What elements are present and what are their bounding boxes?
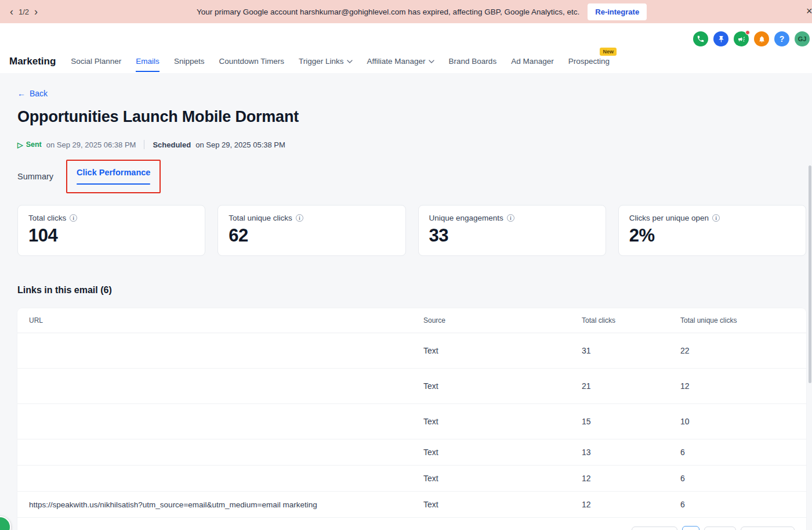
- url-cell: [17, 333, 423, 369]
- tab-prospecting[interactable]: Prospecting New: [568, 51, 610, 72]
- scrollbar[interactable]: [809, 165, 811, 383]
- bell-icon[interactable]: [754, 31, 769, 46]
- info-icon[interactable]: i: [712, 214, 720, 222]
- chevron-down-icon: [429, 60, 434, 63]
- tab-snippets[interactable]: Snippets: [174, 51, 205, 72]
- stat-value: 62: [229, 225, 394, 246]
- stat-value: 104: [28, 225, 194, 246]
- report-tabs: Summary Click Performance: [17, 160, 806, 193]
- main-nav: Marketing Social Planner Emails Snippets…: [9, 50, 803, 73]
- col-total-unique-clicks: Total unique clicks: [680, 308, 806, 333]
- url-cell: [17, 369, 423, 404]
- active-tab-underline: [77, 183, 150, 185]
- stat-card-unique-engagements: Unique engagements i 33: [418, 205, 606, 256]
- back-arrow-icon: ←: [17, 89, 26, 98]
- total-clicks-cell: 12: [582, 492, 680, 518]
- tab-brand-boards[interactable]: Brand Boards: [449, 51, 497, 72]
- stat-value: 33: [429, 225, 595, 246]
- tab-emails[interactable]: Emails: [136, 51, 160, 72]
- info-icon[interactable]: i: [70, 214, 77, 222]
- banner-prev-icon[interactable]: ‹: [8, 6, 15, 17]
- back-label: Back: [30, 89, 48, 98]
- col-total-clicks: Total clicks: [582, 308, 680, 333]
- links-section-title: Links in this email (6): [17, 285, 806, 295]
- avatar[interactable]: GJ: [795, 31, 810, 46]
- unique-clicks-cell: 12: [680, 369, 806, 404]
- unique-clicks-cell: 10: [680, 404, 806, 439]
- source-cell: Text: [423, 333, 582, 369]
- scheduled-timestamp: on Sep 29, 2025 05:38 PM: [195, 140, 285, 149]
- banner-next-icon[interactable]: ›: [32, 6, 39, 17]
- banner-message: Your primary Google account harshkumar@g…: [197, 8, 579, 16]
- tab-click-performance[interactable]: Click Performance: [77, 168, 150, 185]
- total-clicks-cell: 13: [582, 439, 680, 466]
- table-row: Text 31 22: [17, 333, 806, 369]
- info-icon[interactable]: i: [507, 214, 514, 222]
- total-clicks-cell: 12: [582, 466, 680, 492]
- url-cell: [17, 439, 423, 466]
- unique-clicks-cell: 6: [680, 492, 806, 518]
- col-url: URL: [17, 308, 423, 333]
- phone-icon[interactable]: [693, 31, 708, 46]
- table-row: https://speakwith.us/nikhilsatish?utm_so…: [17, 492, 806, 518]
- main-content: ← Back Opportunities Launch Mobile Dorma…: [0, 73, 812, 530]
- announcements-icon[interactable]: [734, 31, 749, 46]
- sent-icon: ▷: [17, 140, 23, 149]
- stat-label: Total clicks: [28, 214, 66, 222]
- url-cell: [17, 466, 423, 492]
- table-header-row: URL Source Total clicks Total unique cli…: [17, 308, 806, 333]
- tab-social-planner[interactable]: Social Planner: [71, 51, 121, 72]
- source-cell: Text: [423, 439, 582, 466]
- tab-affiliate-manager[interactable]: Affiliate Manager: [367, 51, 434, 72]
- col-source: Source: [423, 308, 582, 333]
- banner-pager: ‹ 1/2 ›: [8, 6, 39, 17]
- tab-summary[interactable]: Summary: [17, 172, 53, 181]
- total-clicks-cell: 15: [582, 404, 680, 439]
- status-row: ▷ Sent on Sep 29, 2025 06:38 PM Schedule…: [17, 140, 806, 149]
- notification-dot: [745, 30, 750, 35]
- page-number[interactable]: 1: [682, 526, 699, 530]
- tab-affiliate-manager-label: Affiliate Manager: [367, 57, 426, 66]
- links-table: URL Source Total clicks Total unique cli…: [17, 308, 806, 518]
- help-icon[interactable]: ?: [774, 31, 789, 46]
- stat-card-clicks-per-unique-open: Clicks per unique open i 2%: [618, 205, 806, 256]
- unique-clicks-cell: 6: [680, 466, 806, 492]
- banner-close-icon[interactable]: ×: [806, 5, 812, 17]
- quick-actions: ? GJ: [9, 28, 810, 50]
- status-badge: ▷ Sent: [17, 140, 42, 149]
- tab-trigger-links[interactable]: Trigger Links: [299, 51, 353, 72]
- back-link[interactable]: ← Back: [17, 89, 48, 98]
- pin-icon[interactable]: [713, 31, 728, 46]
- source-cell: Text: [423, 466, 582, 492]
- pagination: Previous 1 Next 10 / page: [17, 518, 806, 530]
- reintegrate-button[interactable]: Re-integrate: [588, 3, 647, 20]
- table-row: Text 13 6: [17, 439, 806, 466]
- alert-banner: ‹ 1/2 › Your primary Google account hars…: [0, 0, 812, 23]
- table-row: Text 21 12: [17, 369, 806, 404]
- banner-page-count: 1/2: [17, 8, 30, 16]
- info-icon[interactable]: i: [296, 214, 303, 222]
- stat-label: Total unique clicks: [229, 214, 292, 222]
- annotation-highlight-box: Click Performance: [66, 160, 161, 193]
- stat-value: 2%: [629, 225, 795, 246]
- sent-timestamp: on Sep 29, 2025 06:38 PM: [46, 140, 136, 149]
- chevron-down-icon: [347, 60, 353, 63]
- total-clicks-cell: 21: [582, 369, 680, 404]
- tab-prospecting-label: Prospecting: [568, 57, 610, 66]
- source-cell: Text: [423, 492, 582, 518]
- tab-countdown-timers[interactable]: Countdown Timers: [219, 51, 284, 72]
- stat-cards: Total clicks i 104 Total unique clicks i…: [17, 205, 806, 256]
- table-row: Text 12 6: [17, 466, 806, 492]
- tab-click-performance-label: Click Performance: [77, 168, 150, 177]
- total-clicks-cell: 31: [582, 333, 680, 369]
- tab-ad-manager[interactable]: Ad Manager: [511, 51, 554, 72]
- source-cell: Text: [423, 369, 582, 404]
- page-size-select[interactable]: 10 / page: [741, 527, 795, 530]
- stat-label: Unique engagements: [429, 214, 503, 222]
- links-table-card: URL Source Total clicks Total unique cli…: [17, 308, 806, 530]
- new-badge: New: [600, 48, 617, 56]
- source-cell: Text: [423, 404, 582, 439]
- unique-clicks-cell: 6: [680, 439, 806, 466]
- next-page-button[interactable]: Next: [704, 527, 736, 530]
- previous-page-button[interactable]: Previous: [632, 527, 677, 530]
